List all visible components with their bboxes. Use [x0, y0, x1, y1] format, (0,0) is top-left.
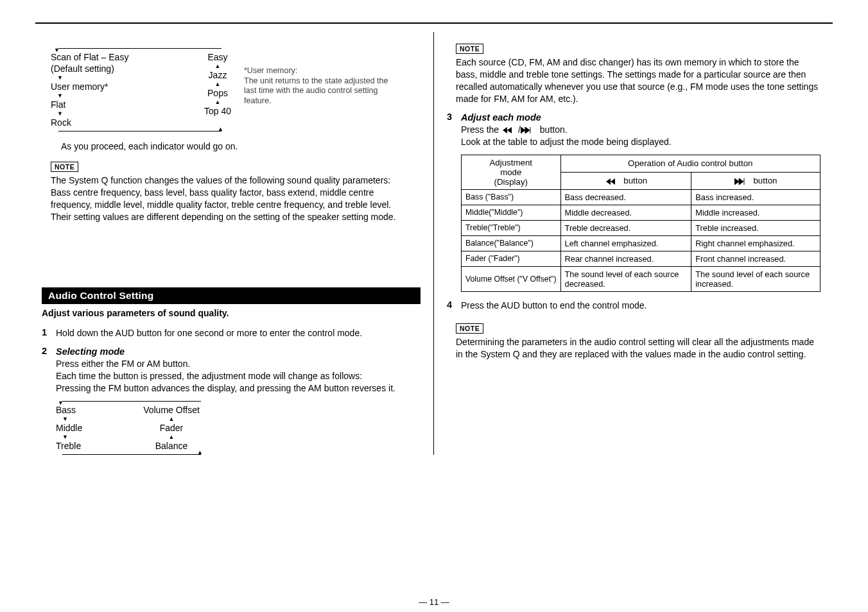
- flow-item: Flat: [51, 99, 195, 110]
- flow-item: Easy: [195, 51, 240, 63]
- note-body: The System Q function changes the values…: [51, 174, 414, 223]
- step-body: Look at the table to adjust the mode bei…: [461, 136, 826, 148]
- mode-flow-diagram: Scan of Flat – Easy (Default setting) Us…: [51, 48, 421, 132]
- flow-item: (Default setting): [51, 63, 195, 74]
- step-number: 3: [447, 112, 461, 148]
- prev-icon: [605, 178, 621, 185]
- adjustment-table: Adjustmentmode(Display) Operation of Aud…: [461, 155, 820, 292]
- flow-item: Fader: [133, 422, 210, 434]
- flow-item: Scan of Flat – Easy: [51, 51, 195, 63]
- flow-item: Rock: [51, 117, 195, 128]
- flow-item: Middle: [56, 422, 133, 434]
- section-subheading: Adjust various parameters of sound quali…: [42, 308, 421, 318]
- note-body: Determining the parameters in the audio …: [456, 336, 820, 361]
- note-label: NOTE: [456, 44, 483, 54]
- flow-item: Top 40: [195, 105, 240, 117]
- proceed-text: As you proceed, each indicator would go …: [61, 140, 421, 153]
- next-icon: [521, 127, 537, 133]
- section-heading: Audio Control Setting: [42, 287, 421, 304]
- step-heading: Adjust each mode: [461, 112, 826, 124]
- flow-item: Volume Offset: [133, 404, 210, 416]
- step-body: Hold down the AUD button for one second …: [56, 327, 421, 339]
- prev-icon: [501, 127, 518, 133]
- note-label: NOTE: [456, 323, 483, 334]
- step-body: Press the / button.: [461, 124, 826, 136]
- flow-item: Jazz: [195, 69, 240, 81]
- flow-item: Pops: [195, 87, 240, 99]
- page-number: — 11 —: [419, 597, 449, 607]
- flow-item: Treble: [56, 440, 133, 452]
- step-heading: Selecting mode: [56, 346, 421, 359]
- note-label: NOTE: [51, 162, 78, 172]
- step-number: 2: [42, 346, 56, 395]
- user-memory-footnote: *User memory: The unit returns to the st…: [244, 66, 388, 106]
- adjustment-flow-diagram: Bass Middle Treble Volume Offset Fader B…: [56, 401, 421, 455]
- step-body: Press either the FM or AM button. Each t…: [56, 358, 421, 395]
- flow-item: User memory*: [51, 81, 195, 92]
- step-number: 4: [447, 300, 461, 312]
- next-icon: [734, 178, 751, 185]
- step-number: 1: [42, 327, 56, 339]
- step-body: Press the AUD button to end the control …: [461, 300, 826, 312]
- flow-item: Bass: [56, 404, 133, 416]
- note-body: Each source (CD, FM, AM and disc changer…: [456, 56, 820, 105]
